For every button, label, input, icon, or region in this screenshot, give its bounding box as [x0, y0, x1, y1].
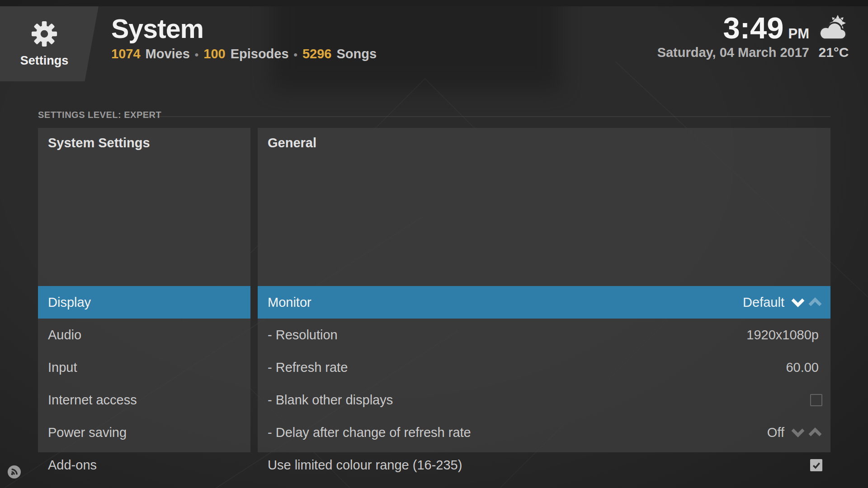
checkbox[interactable] — [810, 394, 822, 406]
setting-label: - Blank other displays — [268, 393, 393, 408]
sidebar-panel: System Settings Display Audio Input Inte… — [38, 128, 250, 452]
page-header: System 1074 Movies • 100 Episodes • 5296… — [111, 15, 377, 61]
chevron-up-icon[interactable] — [808, 297, 822, 307]
setting-value: 60.00 — [786, 360, 819, 375]
movies-count: 1074 — [111, 47, 141, 61]
setting-label: - Resolution — [268, 328, 338, 343]
clock-period: PM — [788, 26, 810, 42]
sidebar-item-input[interactable]: Input — [38, 351, 250, 384]
page-title: System — [111, 15, 377, 43]
top-strip — [0, 0, 868, 6]
stats-separator: • — [294, 48, 297, 61]
setting-label: - Refresh rate — [268, 360, 348, 375]
chevron-down-icon[interactable] — [791, 427, 805, 437]
settings-row-delay-refresh-rate[interactable]: - Delay after change of refresh rate Off — [258, 416, 830, 449]
setting-value: Default — [743, 295, 784, 310]
clock-weather-block: 3:49 PM Saturday, 04 March 2017 21°C — [657, 13, 855, 60]
sidebar-item-label: Input — [48, 360, 77, 375]
sidebar-item-internet-access[interactable]: Internet access — [38, 384, 250, 416]
sidebar-header: System Settings — [38, 128, 250, 158]
sidebar-item-label: Power saving — [48, 425, 127, 440]
library-stats: 1074 Movies • 100 Episodes • 5296 Songs — [111, 47, 377, 61]
sidebar-item-display[interactable]: Display — [38, 286, 250, 319]
stats-separator: • — [195, 48, 198, 61]
setting-value: Off — [767, 425, 784, 440]
settings-row-monitor[interactable]: Monitor Default — [258, 286, 830, 319]
movies-label: Movies — [146, 47, 190, 61]
rss-icon[interactable] — [7, 465, 21, 481]
sidebar-item-label: Display — [48, 295, 91, 310]
sidebar-item-logging[interactable]: Logging — [38, 481, 250, 488]
episodes-count: 100 — [203, 47, 225, 61]
clock: 3:49 PM — [723, 13, 809, 43]
spinner-control — [791, 427, 822, 437]
settings-level-label: SETTINGS LEVEL: EXPERT — [38, 110, 161, 120]
setting-label: Use limited colour range (16-235) — [268, 458, 462, 473]
sidebar-item-label: Add-ons — [48, 458, 97, 473]
main-panel-header: General — [258, 128, 830, 158]
clock-date: Saturday, 04 March 2017 — [657, 45, 809, 60]
weather-temperature: 21°C — [818, 45, 849, 60]
settings-row-dithering[interactable]: Dithering — [258, 481, 830, 488]
sidebar-item-add-ons[interactable]: Add-ons — [38, 449, 250, 481]
episodes-label: Episodes — [231, 47, 289, 61]
settings-level-divider — [142, 116, 830, 117]
songs-label: Songs — [337, 47, 377, 61]
songs-count: 5296 — [302, 47, 332, 61]
spinner-control — [791, 297, 822, 307]
partly-cloudy-icon — [816, 13, 851, 43]
chevron-down-icon[interactable] — [791, 297, 805, 307]
setting-label: - Delay after change of refresh rate — [268, 425, 471, 440]
settings-tile-label: Settings — [20, 54, 69, 68]
sidebar-item-power-saving[interactable]: Power saving — [38, 416, 250, 449]
sidebar-item-label: Audio — [48, 328, 81, 343]
gear-icon — [30, 20, 58, 50]
sidebar-item-label: Internet access — [48, 393, 137, 408]
settings-row-refresh-rate[interactable]: - Refresh rate 60.00 — [258, 351, 830, 384]
checkbox[interactable] — [810, 459, 822, 471]
setting-value: 1920x1080p — [746, 328, 819, 343]
settings-row-limited-colour-range[interactable]: Use limited colour range (16-235) — [258, 449, 830, 481]
sidebar-item-audio[interactable]: Audio — [38, 319, 250, 351]
chevron-up-icon[interactable] — [808, 427, 822, 437]
settings-row-resolution[interactable]: - Resolution 1920x1080p — [258, 319, 830, 351]
main-settings-panel: General Monitor Default - Resolution 192… — [258, 128, 830, 452]
clock-time: 3:49 — [723, 13, 783, 43]
settings-row-blank-other-displays[interactable]: - Blank other displays — [258, 384, 830, 416]
setting-label: Monitor — [268, 295, 311, 310]
settings-menu-tile[interactable]: Settings — [0, 6, 99, 81]
